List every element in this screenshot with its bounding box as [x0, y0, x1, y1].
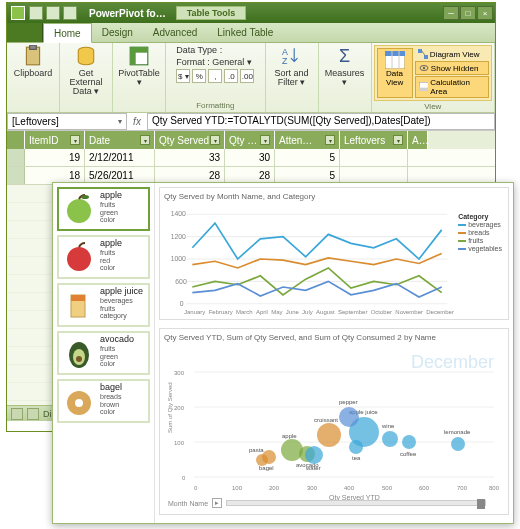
qat-undo-icon[interactable] [46, 6, 60, 20]
col-header-qty[interactable]: Qty …▾ [225, 131, 275, 149]
quick-access-toolbar [29, 6, 77, 20]
col-header-leftovers[interactable]: Leftovers▾ [340, 131, 408, 149]
juice-box-icon [61, 287, 97, 323]
diagram-view-button[interactable]: Diagram View [415, 48, 489, 60]
get-external-data-button[interactable]: Get External Data ▾ [64, 45, 108, 96]
svg-text:apple: apple [282, 433, 297, 439]
tile-apple-green[interactable]: applefruitsgreencolor [57, 187, 150, 231]
svg-point-56 [281, 439, 303, 461]
clipboard-icon [22, 45, 44, 67]
measures-button[interactable]: Σ Measures ▾ [323, 45, 367, 87]
svg-point-20 [81, 195, 89, 199]
svg-text:600: 600 [419, 485, 430, 491]
svg-text:coffee: coffee [400, 451, 417, 457]
bagel-icon [61, 383, 97, 419]
svg-text:0: 0 [180, 300, 184, 307]
clipboard-button[interactable]: Clipboard [11, 45, 55, 78]
tab-advanced[interactable]: Advanced [143, 23, 207, 42]
group-label-formatting: Formatting [196, 100, 234, 110]
svg-text:tea: tea [352, 455, 361, 461]
svg-text:700: 700 [457, 485, 468, 491]
svg-text:100: 100 [232, 485, 243, 491]
svg-rect-5 [130, 47, 136, 65]
minimize-button[interactable]: ─ [443, 6, 459, 20]
tile-avocado[interactable]: avocadofruitsgreencolor [57, 331, 150, 375]
svg-point-19 [67, 199, 91, 223]
data-view-button[interactable]: Data View [377, 48, 413, 98]
svg-rect-9 [385, 51, 405, 56]
slider-label: Month Name [168, 500, 208, 507]
chevron-down-icon[interactable]: ▾ [118, 117, 122, 126]
pivottable-icon [128, 45, 150, 67]
name-box[interactable]: [Leftovers] ▾ [7, 113, 127, 130]
svg-text:300: 300 [307, 485, 318, 491]
watermark: December [411, 352, 494, 373]
svg-text:200: 200 [174, 405, 185, 411]
svg-text:100: 100 [174, 440, 185, 446]
svg-point-78 [451, 437, 465, 451]
svg-text:400: 400 [344, 485, 355, 491]
svg-point-76 [402, 435, 416, 449]
line-chart[interactable]: Qty Served by Month Name, and Category 1… [159, 187, 509, 320]
pivottable-button[interactable]: PivotTable ▾ [117, 45, 161, 87]
play-icon[interactable]: ▸ [212, 498, 222, 508]
row-header-corner[interactable] [7, 131, 25, 149]
col-header-add[interactable]: A… [408, 131, 428, 149]
row-header[interactable] [7, 167, 25, 184]
increase-decimal-button[interactable]: .0 [224, 69, 238, 83]
tab-design[interactable]: Design [92, 23, 143, 42]
filter-icon[interactable]: ▾ [210, 135, 220, 145]
close-button[interactable]: × [477, 6, 493, 20]
tab-linked-table[interactable]: Linked Table [207, 23, 283, 42]
fx-icon[interactable]: fx [127, 113, 147, 130]
tab-home[interactable]: Home [43, 23, 92, 43]
filter-icon[interactable]: ▾ [140, 135, 150, 145]
formula-bar: [Leftovers] ▾ fx Qty Served YTD:=TOTALYT… [7, 113, 495, 131]
col-header-date[interactable]: Date▾ [85, 131, 155, 149]
tile-bagel[interactable]: bagelbreadsbrowncolor [57, 379, 150, 423]
calculation-area-button[interactable]: Calculation Area [415, 76, 489, 98]
scroll-right-icon[interactable] [27, 408, 39, 420]
col-header-qtyserved[interactable]: Qty Served▾ [155, 131, 225, 149]
eye-icon [419, 63, 429, 73]
svg-point-64 [256, 454, 268, 466]
group-label-view: View [424, 101, 441, 111]
svg-point-26 [76, 356, 82, 362]
tile-apple-juice[interactable]: apple juicebeveragesfruitscategory [57, 283, 150, 327]
tile-apple-red[interactable]: applefruitsredcolor [57, 235, 150, 279]
filter-icon[interactable]: ▾ [325, 135, 335, 145]
qat-save-icon[interactable] [29, 6, 43, 20]
x-axis-labels: JanuaryFebruaryMarchAprilMayJuneJulyAugu… [184, 309, 454, 315]
col-header-atten[interactable]: Atten…▾ [275, 131, 340, 149]
formula-input[interactable]: Qty Served YTD:=TOTALYTD(SUM([Qty Served… [147, 113, 495, 130]
context-tab-label: Table Tools [176, 6, 247, 20]
bubble-chart[interactable]: Qty Served YTD, Sum of Qty Served, and S… [159, 328, 509, 515]
svg-text:Z: Z [282, 56, 288, 66]
data-type-dropdown[interactable]: Data Type : [176, 45, 254, 55]
time-slider[interactable] [226, 500, 486, 506]
avocado-icon [61, 335, 97, 371]
filter-icon[interactable]: ▾ [70, 135, 80, 145]
comma-button[interactable]: , [208, 69, 222, 83]
maximize-button[interactable]: □ [460, 6, 476, 20]
filter-icon[interactable]: ▾ [393, 135, 403, 145]
row-header[interactable] [7, 149, 25, 166]
percent-button[interactable]: % [192, 69, 206, 83]
chart-title: Qty Served YTD, Sum of Qty Served, and S… [164, 333, 504, 342]
scroll-left-icon[interactable] [11, 408, 23, 420]
table-row[interactable]: 19 2/12/2011 33 30 5 [7, 149, 495, 167]
qat-redo-icon[interactable] [63, 6, 77, 20]
sort-filter-button[interactable]: AZ Sort and Filter ▾ [270, 45, 314, 87]
svg-rect-1 [30, 45, 37, 49]
format-dropdown[interactable]: Format : General ▾ [176, 57, 254, 67]
svg-text:lemonade: lemonade [444, 429, 471, 435]
currency-button[interactable]: $ ▾ [176, 69, 190, 83]
show-hidden-button[interactable]: Show Hidden [415, 61, 489, 75]
file-tab[interactable] [7, 23, 43, 42]
col-header-itemid[interactable]: ItemID▾ [25, 131, 85, 149]
svg-text:0: 0 [194, 485, 198, 491]
dashboard-window: applefruitsgreencolor applefruitsredcolo… [52, 182, 514, 524]
svg-text:200: 200 [269, 485, 280, 491]
filter-icon[interactable]: ▾ [260, 135, 270, 145]
decrease-decimal-button[interactable]: .00 [240, 69, 254, 83]
